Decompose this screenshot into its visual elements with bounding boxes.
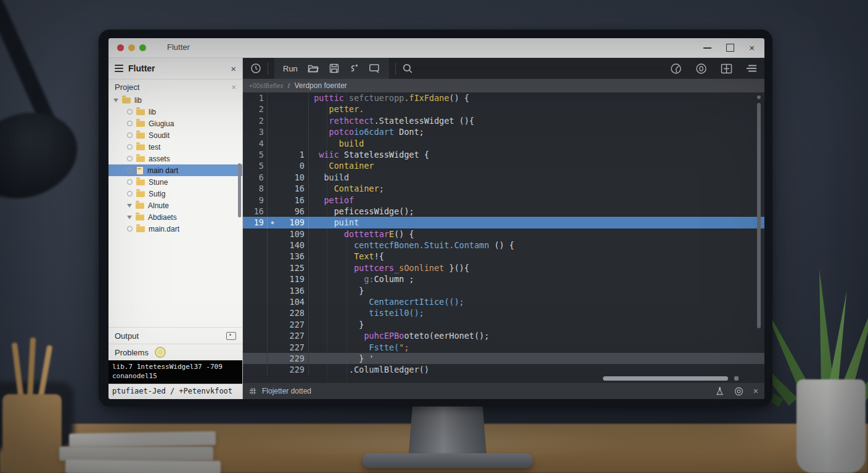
traffic-light-close-icon[interactable]	[117, 44, 124, 51]
output-panel-header[interactable]: Output	[108, 327, 242, 344]
code-line[interactable]: 227puhcEPBooteto(eerHonet();	[243, 330, 764, 341]
project-close-icon[interactable]: ×	[231, 83, 236, 92]
run-button[interactable]: Run	[283, 64, 298, 73]
code-line[interactable]: 136}	[243, 285, 764, 296]
tree-item-sutig[interactable]: Sutig	[108, 188, 242, 200]
device-preview-icon[interactable]	[369, 63, 380, 73]
preview-icon[interactable]	[226, 332, 236, 340]
save-icon[interactable]	[329, 63, 339, 73]
traffic-light-zoom-icon[interactable]	[139, 44, 146, 51]
gutter-slot	[268, 262, 277, 273]
status-close-icon[interactable]: ×	[753, 386, 758, 396]
code-line[interactable]: 916petiof	[243, 195, 764, 206]
coverage-dial-icon[interactable]	[670, 63, 682, 75]
tree-item-lib[interactable]: lib	[108, 106, 242, 118]
minimize-button[interactable]	[703, 47, 711, 49]
code-line[interactable]: 2petter.	[243, 103, 764, 115]
sidebar-header: Flutter ×	[108, 58, 242, 79]
squiggle-tool-icon[interactable]	[349, 63, 359, 73]
code-lines: 1puttic sefctueropp.fIxFdane() {2petter.…	[243, 92, 764, 376]
line-number	[243, 285, 268, 296]
project-tree-children: libGiugiuaSoudittestassetsmain dartStune…	[108, 106, 242, 235]
code-line[interactable]: 140centtecfBonen.Stuit.Contamn () {	[243, 240, 764, 251]
code-line[interactable]: 125puttcers_sOonlinet }(){	[243, 262, 764, 273]
tree-scrollbar[interactable]	[238, 163, 241, 217]
open-folder-icon[interactable]	[308, 63, 319, 73]
line-number	[243, 296, 268, 307]
sidebar-close-icon[interactable]: ×	[231, 63, 236, 74]
gutter-slot	[268, 103, 277, 115]
folder-icon	[136, 121, 145, 127]
tree-item-main-dart[interactable]: main.dart	[108, 223, 242, 235]
code-line[interactable]: 4build	[243, 138, 764, 149]
traffic-light-minimize-icon[interactable]	[128, 44, 135, 51]
line-number: 5	[243, 149, 268, 160]
secondary-line-number: 109	[277, 228, 309, 240]
vertical-scrollbar[interactable]	[757, 103, 761, 328]
breadcrumb-path: Verdpon foenter	[294, 81, 346, 90]
tree-item-soudit[interactable]: Soudit	[108, 129, 242, 141]
book	[69, 431, 216, 448]
code-line[interactable]: 1696peficessWidge();	[243, 206, 764, 217]
code-line[interactable]: 229.ColumlBledger()	[243, 364, 764, 375]
tree-item-test[interactable]: test	[108, 141, 242, 153]
flask-icon[interactable]	[715, 387, 724, 396]
code-line[interactable]: 1puttic sefctueropp.fIxFdane() {	[243, 92, 764, 103]
breakpoint-diamond-icon: ◆	[268, 217, 277, 228]
title-bar: Flutter ×	[108, 38, 764, 58]
tree-item-giugiua[interactable]: Giugiua	[108, 118, 242, 129]
secondary-line-number: 227	[277, 319, 309, 330]
code-line[interactable]: 104CentanecrtItice(();	[243, 296, 764, 307]
tree-item-main-dart[interactable]: main dart	[108, 164, 242, 176]
gutter-slot	[268, 206, 277, 217]
code-text: dottettarE() {	[309, 228, 764, 240]
menu-lines-icon[interactable]	[746, 64, 757, 73]
code-line[interactable]: 19◆109puint	[243, 217, 764, 228]
gutter-slot	[268, 364, 277, 375]
code-line[interactable]: 51wiic StatelessWidget {	[243, 149, 764, 160]
target-circle-icon[interactable]	[734, 387, 743, 396]
tree-item-alnute[interactable]: Alnute	[108, 200, 242, 211]
secondary-line-number	[277, 126, 309, 137]
tree-item-label: Giugiua	[149, 119, 174, 128]
maximize-button[interactable]	[726, 44, 734, 52]
close-button[interactable]: ×	[749, 43, 755, 52]
editor-pane: Run	[243, 58, 764, 399]
folder-icon	[136, 203, 144, 209]
code-line[interactable]: 610build	[243, 172, 764, 183]
code-line[interactable]: 227Fstte(";	[243, 342, 764, 353]
code-text: tisteil0();	[309, 307, 764, 318]
code-text: puttcers_sOonlinet }(){	[309, 262, 764, 273]
gutter-slot	[268, 138, 277, 149]
code-line[interactable]: 229} '	[243, 353, 764, 364]
chevron-down-icon[interactable]	[113, 99, 118, 102]
circle-bullet-icon	[127, 132, 133, 138]
tree-item-stune[interactable]: Stune	[108, 176, 242, 188]
record-zero-icon[interactable]	[695, 63, 707, 75]
tool-window-menu-icon[interactable]	[115, 65, 123, 72]
code-line[interactable]: 816Container;	[243, 183, 764, 194]
tree-item-abdiaets[interactable]: Abdiaets	[108, 211, 242, 223]
gutter-slot	[268, 149, 277, 160]
search-icon[interactable]	[402, 63, 413, 74]
code-line[interactable]: 227}	[243, 319, 764, 330]
code-line[interactable]: 228tisteil0();	[243, 307, 764, 318]
code-line[interactable]: 109dottettarE() {	[243, 228, 764, 240]
line-number	[243, 251, 268, 262]
code-text: puhcEPBooteto(eerHonet();	[309, 330, 764, 341]
horizontal-scrollbar[interactable]	[603, 376, 728, 381]
tree-item-assets[interactable]: assets	[108, 153, 242, 164]
breadcrumb[interactable]: +00sIBeflex ℓ Verdpon foenter	[243, 79, 764, 92]
problems-panel-header[interactable]: Problems	[108, 344, 242, 360]
code-line[interactable]: 119g:Column ;	[243, 273, 764, 285]
code-line[interactable]: 3potcoio6cdart Dont;	[243, 126, 764, 137]
history-clock-icon[interactable]	[250, 63, 261, 74]
code-editor[interactable]: 1puttic sefctueropp.fIxFdane() {2petter.…	[243, 92, 764, 382]
tree-item-lib-root[interactable]: lib	[108, 94, 242, 106]
gutter-slot	[268, 296, 277, 307]
code-line[interactable]: 2rethctect.StatelessWidget (){	[243, 115, 764, 126]
code-line[interactable]: 50Container	[243, 160, 764, 171]
split-editor-icon[interactable]	[721, 63, 732, 74]
code-line[interactable]: 136Text!{	[243, 251, 764, 262]
chevron-down-icon	[127, 204, 132, 208]
